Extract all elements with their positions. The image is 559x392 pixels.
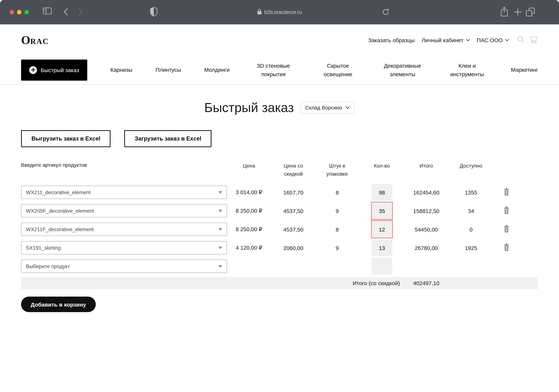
delete-row-button[interactable] bbox=[503, 225, 510, 233]
product-select[interactable]: WX211_decorative_element bbox=[21, 186, 227, 199]
price-value: 4 120,00 ₽ bbox=[227, 245, 271, 251]
zoom-window-button[interactable] bbox=[24, 10, 29, 14]
plus-circle-icon bbox=[29, 66, 37, 74]
qty-input[interactable]: 98 bbox=[372, 184, 392, 201]
nav-3d-wall-coverings[interactable]: 3D стеновые покрытия bbox=[253, 61, 294, 79]
forward-icon[interactable] bbox=[78, 8, 83, 16]
nav-skirtings[interactable]: Плинтусы bbox=[156, 66, 181, 74]
product-select[interactable]: SX191_skirting bbox=[21, 241, 227, 255]
orac-logo[interactable]: ORAC bbox=[21, 34, 49, 46]
row-total-value: 54450,00 bbox=[405, 226, 447, 233]
per-pack-value: 9 bbox=[316, 208, 359, 214]
available-value: 34 bbox=[447, 208, 495, 214]
close-window-button[interactable] bbox=[9, 10, 14, 14]
product-select[interactable]: WX205F_decorative_element bbox=[21, 204, 227, 218]
article-input-label: Введите артикул продуктов bbox=[21, 162, 227, 168]
select-arrow-icon bbox=[218, 247, 222, 249]
trash-icon bbox=[503, 225, 510, 233]
product-select[interactable]: WX211F_decorative_element bbox=[21, 223, 227, 236]
qty-input[interactable]: 13 bbox=[372, 239, 392, 256]
search-icon[interactable] bbox=[517, 36, 524, 44]
delete-row-button[interactable] bbox=[503, 243, 510, 252]
add-to-cart-button[interactable]: Добавить в корзину bbox=[21, 297, 96, 312]
trash-icon bbox=[503, 188, 510, 196]
back-icon[interactable] bbox=[64, 8, 68, 16]
trash-icon bbox=[503, 206, 510, 214]
import-excel-button[interactable]: Загрузить заказ в Excel bbox=[124, 130, 212, 147]
qty-input[interactable] bbox=[372, 258, 392, 275]
company-menu[interactable]: ПАС ООО bbox=[477, 37, 509, 43]
nav-quick-order[interactable]: Быстрый заказ bbox=[21, 59, 87, 80]
table-row: WX205F_decorative_element 8 250,00 ₽ 453… bbox=[21, 202, 538, 220]
shield-icon[interactable] bbox=[150, 7, 158, 17]
refresh-icon[interactable] bbox=[382, 8, 389, 16]
select-arrow-icon bbox=[218, 191, 222, 194]
sidebar-toggle-icon[interactable] bbox=[43, 7, 52, 14]
chevron-down-icon bbox=[345, 106, 350, 109]
main-nav: Быстрый заказ Карнизы Плинтусы Молдинги … bbox=[0, 56, 559, 85]
trash-icon bbox=[503, 243, 510, 251]
qty-input[interactable]: 12 bbox=[371, 221, 393, 238]
discount-price-value: 4537,50 bbox=[271, 208, 316, 214]
address-bar[interactable]: b2b.oracdecor.ru bbox=[257, 9, 302, 16]
nav-cornices[interactable]: Карнизы bbox=[110, 66, 132, 74]
new-tab-icon[interactable] bbox=[514, 8, 522, 16]
col-price-discount: Цена со скидкой bbox=[271, 162, 316, 178]
nav-hidden-lighting[interactable]: Скрытое освещение bbox=[317, 61, 359, 79]
cart-icon[interactable] bbox=[530, 36, 538, 44]
minimize-window-button[interactable] bbox=[17, 10, 21, 14]
site-header: ORAC Заказать образцы Личный кабинет ПАС… bbox=[0, 24, 559, 56]
total-value: 402497,10 bbox=[405, 280, 447, 286]
discount-price-value: 4537,50 bbox=[271, 226, 316, 233]
nav-decorative-elements[interactable]: Декоративные элементы bbox=[382, 61, 423, 79]
table-header-row: Введите артикул продуктов Цена Цена со с… bbox=[21, 162, 538, 178]
personal-account-menu[interactable]: Личный кабинет bbox=[422, 37, 470, 43]
table-row: WX211F_decorative_element 8 250,00 ₽ 453… bbox=[21, 220, 538, 239]
price-value: 8 250,00 ₽ bbox=[227, 226, 271, 233]
available-value: 1925 bbox=[447, 245, 495, 251]
table-row: Выберите продукт bbox=[21, 257, 538, 276]
delete-row-button[interactable] bbox=[503, 188, 510, 196]
chevron-down-icon bbox=[505, 39, 509, 41]
url-text: b2b.oracdecor.ru bbox=[264, 9, 302, 15]
delete-row-button[interactable] bbox=[503, 206, 510, 215]
select-arrow-icon bbox=[218, 228, 222, 231]
price-value: 8 250,00 ₽ bbox=[227, 208, 271, 214]
nav-glues-tools[interactable]: Клеи и инструменты bbox=[447, 61, 488, 79]
col-per-pack: Штук в упаковке bbox=[316, 162, 359, 178]
select-arrow-icon bbox=[218, 265, 222, 268]
chevron-down-icon bbox=[466, 39, 470, 41]
table-row: SX191_skirting 4 120,00 ₽ 2060,00 9 13 2… bbox=[21, 239, 538, 257]
row-total-value: 158812,50 bbox=[405, 208, 447, 214]
row-total-value: 162454,60 bbox=[405, 189, 447, 196]
col-total: Итого bbox=[405, 162, 447, 170]
qty-input[interactable]: 35 bbox=[371, 202, 393, 220]
export-excel-button[interactable]: Выгрузить заказ в Excel bbox=[21, 130, 111, 147]
discount-price-value: 2060,00 bbox=[271, 245, 316, 251]
col-available: Доступно bbox=[447, 162, 495, 170]
per-pack-value: 8 bbox=[316, 226, 359, 233]
select-arrow-icon bbox=[218, 210, 222, 212]
available-value: 1355 bbox=[447, 189, 495, 196]
table-row: WX211_decorative_element 3 014,00 ₽ 1657… bbox=[21, 183, 538, 202]
available-value: 0 bbox=[447, 226, 495, 233]
warehouse-select[interactable]: Склад Ворсино bbox=[301, 102, 355, 113]
col-qty: Кол-во bbox=[359, 162, 405, 170]
per-pack-value: 8 bbox=[316, 189, 359, 196]
nav-mouldings[interactable]: Молдинги bbox=[204, 66, 230, 74]
total-label: Итого (со скидкой) bbox=[21, 280, 405, 286]
quick-order-table: Введите артикул продуктов Цена Цена со с… bbox=[21, 162, 538, 289]
col-price: Цена bbox=[227, 162, 271, 170]
browser-window: b2b.oracdecor.ru bbox=[0, 0, 559, 392]
product-select[interactable]: Выберите продукт bbox=[21, 260, 227, 273]
order-samples-link[interactable]: Заказать образцы bbox=[368, 37, 415, 43]
price-value: 3 014,00 ₽ bbox=[227, 189, 271, 196]
share-icon[interactable] bbox=[501, 7, 508, 17]
nav-marketing[interactable]: Маркетинг bbox=[511, 66, 538, 74]
per-pack-value: 9 bbox=[316, 245, 359, 251]
lock-icon bbox=[257, 9, 262, 16]
discount-price-value: 1657,70 bbox=[271, 189, 316, 196]
row-total-value: 26780,00 bbox=[405, 245, 447, 251]
browser-toolbar: b2b.oracdecor.ru bbox=[0, 0, 559, 24]
tabs-overview-icon[interactable] bbox=[526, 7, 535, 17]
